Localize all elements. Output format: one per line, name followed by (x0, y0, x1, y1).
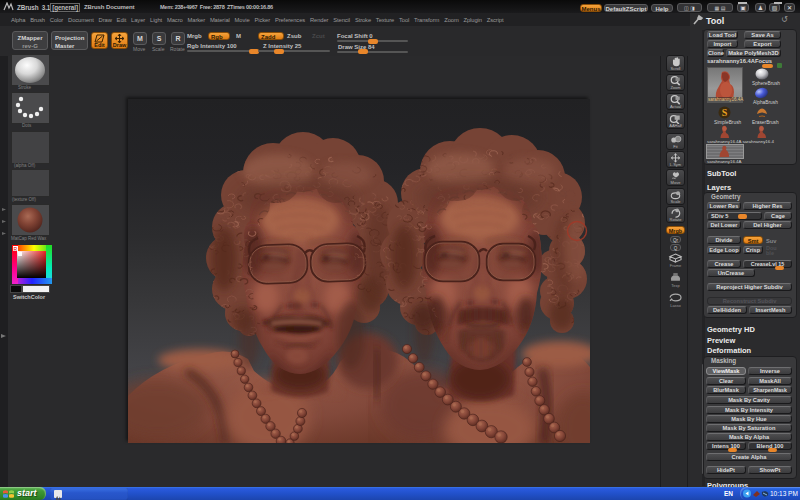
svg-text:R: R (14, 246, 18, 252)
svg-text:S: S (722, 107, 728, 118)
